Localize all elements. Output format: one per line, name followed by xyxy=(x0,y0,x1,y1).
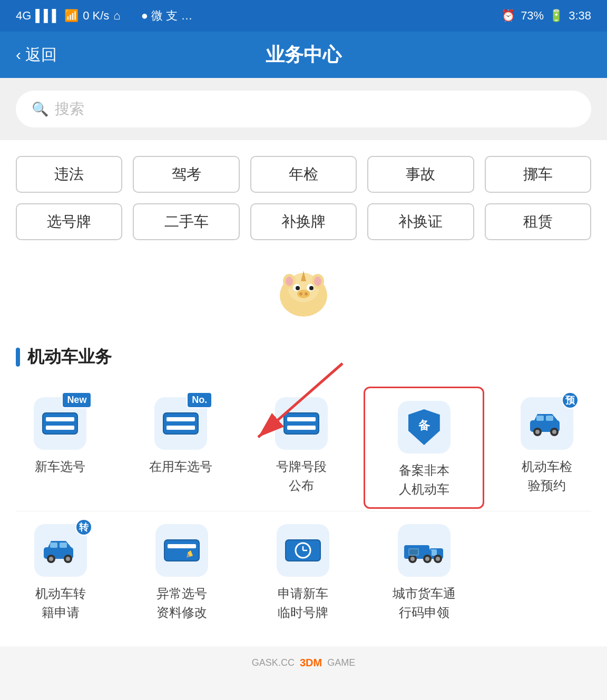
svg-rect-14 xyxy=(43,413,77,434)
plate-edit-icon xyxy=(163,539,200,562)
grid-item-temp-plate[interactable]: 申请新车临时号牌 xyxy=(242,511,364,630)
badge-no: No. xyxy=(187,392,212,408)
transfer-reg-icon: 转 xyxy=(34,524,87,577)
plate-icon-no xyxy=(162,412,199,435)
tag-used-car[interactable]: 二手车 xyxy=(133,203,239,240)
svg-rect-21 xyxy=(287,417,316,421)
tag-move-car[interactable]: 挪车 xyxy=(485,156,591,193)
new-car-number-icon: New xyxy=(34,397,86,450)
truck-pass-icon xyxy=(398,524,451,577)
search-box[interactable]: 🔍 搜索 xyxy=(16,91,591,127)
section-title: 机动车业务 xyxy=(0,335,607,379)
truck-pass-label: 城市货车通行码申领 xyxy=(393,584,456,622)
svg-rect-58 xyxy=(409,549,418,555)
car-icon-inspection xyxy=(526,410,568,437)
svg-rect-17 xyxy=(163,413,198,434)
svg-point-8 xyxy=(296,286,300,290)
inspection-appt-label: 机动车检验预约 xyxy=(522,457,572,495)
signal-indicator: 4G xyxy=(16,9,31,23)
svg-rect-33 xyxy=(50,543,57,548)
search-container: 🔍 搜索 xyxy=(0,78,607,140)
svg-rect-22 xyxy=(287,426,316,430)
mascot-image xyxy=(272,261,335,324)
inuse-car-number-icon: No. xyxy=(154,397,207,450)
wifi-icon: 📶 xyxy=(64,9,79,23)
status-left: 4G ▌▌▌ 📶 0 K/s ⌂ 🐾 ● 微 支 … xyxy=(16,8,192,24)
truck-icon xyxy=(402,537,446,564)
nav-bar: ‹ 返回 业务中心 xyxy=(0,32,607,78)
transfer-reg-label: 机动车转籍申请 xyxy=(35,584,86,622)
svg-point-12 xyxy=(305,292,308,295)
badge-turn: 转 xyxy=(75,519,92,536)
tags-section: 违法 驾考 年检 事故 挪车 选号牌 二手车 补换牌 补换证 租赁 xyxy=(0,140,607,256)
svg-point-11 xyxy=(299,292,302,295)
grid-item-abnormal-select[interactable]: 异常选号资料修改 xyxy=(121,511,242,630)
svg-rect-25 xyxy=(536,416,544,421)
grid-item-inspection-appt[interactable]: 预 机动车检验预约 xyxy=(486,384,607,511)
svg-rect-19 xyxy=(167,426,195,430)
inuse-car-number-label: 在用车选号 xyxy=(149,457,212,476)
svg-point-56 xyxy=(436,557,440,561)
svg-rect-39 xyxy=(164,540,199,561)
svg-point-30 xyxy=(552,430,556,434)
temp-plate-icon xyxy=(277,524,329,577)
svg-rect-15 xyxy=(46,417,74,421)
tag-annual-check[interactable]: 年检 xyxy=(250,156,357,193)
grid-item-inuse-car-number[interactable]: No. 在用车选号 xyxy=(121,384,241,511)
tag-accident[interactable]: 事故 xyxy=(367,156,474,193)
temp-plate-label: 申请新车临时号牌 xyxy=(278,584,328,622)
battery-level: 73% xyxy=(521,9,544,23)
inspection-appt-icon: 预 xyxy=(521,397,573,450)
temp-plate-svg xyxy=(285,539,321,562)
shield-text: 备 xyxy=(418,418,430,433)
car-icon-transfer xyxy=(40,537,82,564)
page-title: 业务中心 xyxy=(266,42,341,68)
grid-item-truck-pass[interactable]: 城市货车通行码申领 xyxy=(364,511,485,630)
grid-section: New 新车选号 No. 在用车选号 xyxy=(0,379,607,646)
grid-item-transfer-reg[interactable]: 转 机动车转籍申请 xyxy=(0,511,121,630)
tags-row-1: 违法 驾考 年检 事故 挪车 xyxy=(16,156,591,193)
svg-rect-16 xyxy=(46,426,74,430)
svg-rect-26 xyxy=(546,416,553,421)
search-placeholder: 搜索 xyxy=(55,99,84,119)
mascot-area xyxy=(0,256,607,335)
tag-plate-select[interactable]: 选号牌 xyxy=(16,203,122,240)
svg-point-5 xyxy=(314,277,321,286)
svg-point-9 xyxy=(309,286,314,290)
abnormal-select-icon xyxy=(155,524,208,577)
svg-rect-20 xyxy=(284,413,319,434)
badge-pre: 预 xyxy=(562,392,579,409)
watermark-site: GASK.CC xyxy=(252,657,295,668)
tag-violation[interactable]: 违法 xyxy=(16,156,122,193)
svg-rect-40 xyxy=(168,544,196,548)
tag-driving-test[interactable]: 驾考 xyxy=(133,156,239,193)
plate-segment-label: 号牌号段公布 xyxy=(276,457,327,495)
svg-point-28 xyxy=(535,430,540,434)
tag-rental[interactable]: 租赁 xyxy=(485,203,591,240)
plate-icon-segment xyxy=(283,412,320,435)
svg-rect-34 xyxy=(60,543,67,548)
plate-icon-new xyxy=(42,412,79,435)
back-button[interactable]: ‹ 返回 xyxy=(16,44,57,66)
grid-row-2: 转 机动车转籍申请 异常选号资料修改 xyxy=(0,511,607,630)
filing-vehicle-icon: 备 xyxy=(398,401,451,453)
data-speed: 0 K/s xyxy=(83,9,109,23)
grid-item-new-car-number[interactable]: New 新车选号 xyxy=(0,384,121,511)
status-bar: 4G ▌▌▌ 📶 0 K/s ⌂ 🐾 ● 微 支 … ⏰ 73% 🔋 3:38 xyxy=(0,0,607,32)
svg-rect-18 xyxy=(167,417,195,421)
svg-point-4 xyxy=(286,277,293,286)
grid-item-filing-vehicle[interactable]: 备 备案非本人机动车 xyxy=(364,387,484,509)
watermark-brand: 3DM xyxy=(300,657,322,669)
grid-item-plate-segment[interactable]: 号牌号段公布 xyxy=(241,384,362,511)
tag-replace-cert[interactable]: 补换证 xyxy=(367,203,474,240)
watermark-bar: GASK.CC 3DM GAME xyxy=(0,646,607,679)
shield-icon: 备 xyxy=(408,409,440,445)
svg-point-52 xyxy=(410,557,415,561)
tag-replace-plate[interactable]: 补换牌 xyxy=(250,203,357,240)
badge-new: New xyxy=(62,392,92,408)
new-car-number-label: 新车选号 xyxy=(35,457,85,476)
signal-bars: ▌▌▌ xyxy=(35,9,60,23)
section-title-text: 机动车业务 xyxy=(27,346,112,369)
svg-point-10 xyxy=(297,290,310,298)
filing-vehicle-label: 备案非本人机动车 xyxy=(399,461,449,499)
